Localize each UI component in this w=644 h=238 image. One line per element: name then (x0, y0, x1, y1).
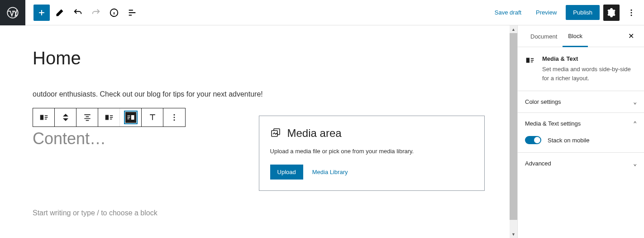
upload-button[interactable]: Upload (270, 165, 303, 180)
svg-rect-23 (531, 60, 534, 61)
outline-button[interactable] (124, 5, 140, 21)
default-block-appender[interactable]: Start writing or type / to choose a bloc… (33, 209, 485, 217)
svg-rect-16 (127, 117, 130, 118)
chevron-down-icon: ⌄ (633, 98, 637, 105)
block-icon (525, 55, 535, 83)
move-handle-button[interactable] (55, 108, 76, 126)
editor-scrollbar[interactable]: ▲ ▼ (510, 25, 517, 238)
svg-point-18 (174, 114, 175, 116)
wordpress-logo[interactable] (0, 0, 25, 25)
svg-rect-12 (110, 117, 112, 118)
media-area-title: Media area (287, 127, 342, 140)
svg-point-20 (174, 119, 175, 121)
stack-on-mobile-label: Stack on mobile (548, 137, 590, 144)
media-icon (270, 127, 281, 140)
svg-rect-22 (531, 58, 534, 59)
block-name: Media & Text (542, 55, 637, 62)
svg-rect-14 (131, 115, 134, 120)
svg-rect-15 (127, 116, 130, 117)
media-left-button[interactable] (98, 108, 120, 126)
svg-rect-21 (526, 58, 530, 63)
close-sidebar-button[interactable]: ✕ (625, 25, 637, 47)
svg-rect-11 (110, 115, 112, 116)
settings-button[interactable] (603, 5, 620, 21)
svg-rect-7 (44, 115, 47, 116)
stack-on-mobile-toggle[interactable] (525, 136, 541, 144)
block-toolbar (33, 108, 186, 127)
save-draft-button[interactable]: Save draft (489, 5, 527, 19)
svg-rect-17 (127, 119, 129, 120)
panel-color-label: Color settings (525, 98, 561, 105)
svg-rect-8 (44, 117, 47, 118)
block-description: Set media and words side-by-side for a r… (542, 65, 637, 83)
svg-rect-10 (105, 115, 108, 120)
undo-button[interactable] (70, 5, 86, 21)
media-area-desc: Upload a media file or pick one from you… (270, 148, 473, 155)
scroll-thumb[interactable] (510, 33, 517, 220)
vertical-align-button[interactable] (142, 108, 163, 126)
svg-rect-9 (44, 119, 47, 120)
svg-rect-6 (40, 115, 43, 120)
svg-rect-13 (110, 119, 112, 120)
svg-point-3 (631, 12, 632, 13)
chevron-down-icon: ⌄ (633, 160, 637, 167)
edit-mode-button[interactable] (52, 5, 68, 21)
settings-sidebar: Document Block ✕ Media & Text Set media … (517, 25, 644, 238)
align-button[interactable] (76, 108, 98, 126)
redo-button[interactable] (88, 5, 104, 21)
svg-point-2 (631, 9, 632, 10)
preview-button[interactable]: Preview (530, 5, 562, 19)
paragraph-block[interactable]: outdoor enthusiasts. Check out our blog … (33, 90, 485, 98)
svg-rect-24 (531, 62, 533, 63)
media-library-button[interactable]: Media Library (312, 169, 348, 175)
panel-color-settings[interactable]: Color settings ⌄ (518, 91, 644, 112)
panel-media-text-settings[interactable]: Media & Text settings ⌃ (518, 113, 644, 134)
publish-button[interactable]: Publish (566, 5, 600, 20)
add-block-button[interactable] (33, 5, 50, 21)
more-menu-button[interactable] (623, 5, 639, 21)
block-type-button[interactable] (33, 108, 55, 126)
block-more-button[interactable] (163, 108, 185, 126)
panel-mt-label: Media & Text settings (525, 120, 581, 127)
svg-point-4 (631, 15, 632, 16)
tab-block[interactable]: Block (563, 25, 588, 47)
tab-document[interactable]: Document (525, 25, 563, 47)
panel-advanced-label: Advanced (525, 160, 551, 167)
top-toolbar: Save draft Preview Publish (0, 0, 644, 25)
info-button[interactable] (106, 5, 122, 21)
media-right-button[interactable] (120, 108, 142, 126)
svg-point-19 (174, 117, 175, 118)
editor-canvas[interactable]: Home outdoor enthusiasts. Check out our … (0, 25, 517, 238)
page-title[interactable]: Home (33, 48, 485, 68)
scroll-down-arrow[interactable]: ▼ (510, 230, 517, 238)
scroll-up-arrow[interactable]: ▲ (510, 25, 517, 33)
panel-advanced[interactable]: Advanced ⌄ (518, 153, 644, 174)
chevron-up-icon: ⌃ (633, 120, 637, 127)
media-placeholder: Media area Upload a media file or pick o… (259, 116, 485, 191)
